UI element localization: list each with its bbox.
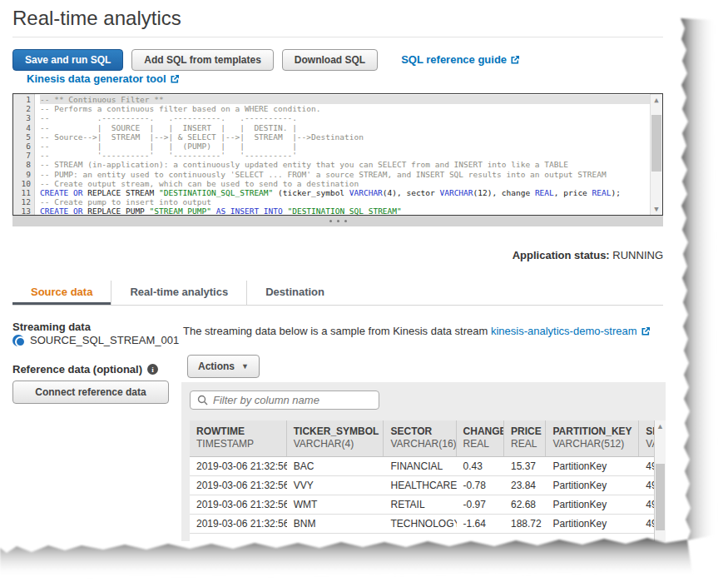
actions-dropdown-button[interactable]: Actions▼: [187, 355, 260, 378]
kinesis-data-generator-label: Kinesis data generator tool: [27, 72, 166, 85]
reference-data-text: Reference data (optional): [12, 363, 142, 376]
add-sql-from-templates-button[interactable]: Add SQL from templates: [131, 49, 273, 71]
sql-code-line[interactable]: CREATE OR REPLACE PUMP "STREAM_PUMP" AS …: [40, 206, 650, 215]
sql-code-line[interactable]: -- Create output stream, which can be us…: [40, 179, 650, 188]
sql-code-line[interactable]: -- | | | (PUMP) | | |: [40, 142, 650, 151]
column-header-rowtime[interactable]: ROWTIMETIMESTAMP: [190, 420, 287, 456]
column-header-sector[interactable]: SECTORVARCHAR(16): [384, 420, 456, 456]
table-cell: 2019-03-06 21:32:56.882: [190, 495, 287, 514]
actions-label: Actions: [198, 361, 235, 372]
title-divider: [12, 37, 663, 37]
realtime-analytics-page: Real-time analytics Save and run SQL Add…: [0, 0, 728, 582]
table-cell: FINANCIAL: [384, 457, 456, 475]
sql-reference-guide-link[interactable]: SQL reference guide: [401, 53, 520, 66]
table-cell: -1.64: [457, 515, 504, 533]
save-and-run-sql-button[interactable]: Save and run SQL: [12, 49, 123, 71]
page-title: Real-time analytics: [12, 7, 181, 30]
table-cell: 62.68: [504, 495, 547, 514]
tab-bar: Source dataReal-time analyticsDestinatio…: [12, 281, 663, 306]
line-number: 8: [13, 160, 31, 169]
table-row[interactable]: 2019-03-06 21:32:56.882BNMTECHNOLOGY-1.6…: [190, 515, 666, 534]
sql-editor-code[interactable]: -- ** Continuous Filter **-- Performs a …: [36, 94, 650, 215]
column-header-partition_key[interactable]: PARTITION_KEYVARCHAR(512): [546, 420, 639, 456]
table-cell: PartitionKey: [546, 476, 639, 495]
filter-field[interactable]: [190, 390, 379, 410]
sql-code-line[interactable]: -- STREAM (in-application): a continuous…: [40, 160, 650, 169]
table-cell: 2019-03-06 21:32:56.882: [190, 457, 287, 475]
editor-resize-handle[interactable]: [12, 216, 663, 226]
table-row[interactable]: 2019-03-06 21:32:56.882BACFINANCIAL0.431…: [190, 457, 666, 476]
table-cell: PartitionKey: [546, 495, 639, 514]
table-cell: BAC: [287, 457, 384, 475]
scrollbar-thumb[interactable]: [651, 115, 661, 172]
external-link-icon: [641, 326, 651, 336]
sql-code-line[interactable]: -- Source-->| STREAM |-->| & SELECT |-->…: [40, 132, 650, 142]
sql-code-line[interactable]: CREATE OR REPLACE STREAM "DESTINATION_SQ…: [40, 188, 650, 197]
sql-code-line[interactable]: -- | SOURCE | | INSERT | | DESTIN. |: [40, 123, 650, 132]
application-status: Application status: RUNNING: [513, 249, 663, 261]
sample-stream-text: The streaming data below is a sample fro…: [183, 325, 651, 337]
table-cell: 2019-03-06 21:32:56.882: [190, 476, 287, 495]
sql-code-line[interactable]: -- .----------. .----------. .----------…: [40, 113, 650, 122]
streaming-data-label: Streaming data: [12, 321, 91, 333]
table-cell: HEALTHCARE: [384, 476, 456, 495]
table-cell: WMT: [287, 495, 384, 514]
external-link-icon: [170, 74, 180, 84]
table-cell: -0.78: [457, 476, 504, 495]
external-link-icon: [510, 55, 520, 65]
table-row[interactable]: 2019-03-06 21:32:56.882WMTRETAIL-0.9762.…: [190, 495, 666, 515]
scroll-up-arrow-icon[interactable]: ▲: [651, 94, 662, 106]
line-number: 13: [13, 206, 31, 216]
column-header-change[interactable]: CHANGEREAL: [457, 420, 504, 456]
radio-selected-icon[interactable]: [12, 335, 24, 346]
sql-code-line[interactable]: -- Create pump to insert into output: [40, 197, 650, 206]
table-scrollbar[interactable]: ▲: [654, 420, 666, 541]
sql-code-line[interactable]: -- '----------' '----------' '----------…: [40, 151, 650, 160]
sql-code-line[interactable]: -- PUMP: an entity used to continuously …: [40, 170, 650, 179]
sql-editor[interactable]: 12345678910111213 -- ** Continuous Filte…: [12, 93, 663, 216]
sql-code-line[interactable]: -- ** Continuous Filter **: [40, 95, 650, 104]
table-cell: 23.84: [504, 476, 547, 495]
download-sql-button[interactable]: Download SQL: [282, 49, 378, 71]
stream-option-label: SOURCE_SQL_STREAM_001: [30, 334, 179, 346]
scroll-up-arrow-icon[interactable]: ▲: [655, 420, 666, 432]
column-header-ticker_symbol[interactable]: TICKER_SYMBOLVARCHAR(4): [287, 420, 384, 456]
table-header-row: ROWTIMETIMESTAMPTICKER_SYMBOLVARCHAR(4)S…: [190, 420, 666, 457]
info-icon[interactable]: i: [147, 364, 158, 375]
connect-reference-data-button[interactable]: Connect reference data: [12, 381, 169, 404]
search-icon: [197, 395, 208, 405]
kinesis-data-generator-link[interactable]: Kinesis data generator tool: [27, 72, 180, 85]
scrollbar-thumb[interactable]: [656, 464, 665, 530]
application-status-value: RUNNING: [612, 249, 663, 261]
table-cell: -0.97: [457, 495, 504, 514]
table-cell: 0.43: [457, 457, 504, 475]
sample-data-table: ROWTIMETIMESTAMPTICKER_SYMBOLVARCHAR(4)S…: [190, 420, 666, 541]
line-number: 7: [13, 151, 31, 160]
table-cell: PartitionKey: [546, 515, 639, 533]
line-number: 10: [13, 179, 31, 188]
kinesis-stream-link[interactable]: kinesis-analytics-demo-stream: [491, 325, 637, 337]
stream-radio-option[interactable]: SOURCE_SQL_STREAM_001: [12, 334, 179, 346]
table-cell: RETAIL: [384, 495, 456, 514]
scroll-down-arrow-icon[interactable]: ▼: [651, 203, 662, 215]
line-number: 5: [13, 132, 31, 142]
sql-reference-guide-label: SQL reference guide: [401, 53, 507, 66]
tab-source-data[interactable]: Source data: [12, 281, 111, 305]
sql-editor-scrollbar[interactable]: ▲ ▼: [650, 94, 662, 215]
line-number: 11: [13, 188, 31, 197]
table-cell: VVY: [287, 476, 384, 495]
table-cell: 15.37: [504, 457, 547, 475]
tab-destination[interactable]: Destination: [247, 281, 343, 305]
table-row[interactable]: 2019-03-06 21:32:56.882VVYHEALTHCARE-0.7…: [190, 476, 666, 495]
table-cell: 2019-03-06 21:32:56.882: [190, 515, 287, 533]
table-cell: 188.72: [504, 515, 547, 533]
tab-real-time-analytics[interactable]: Real-time analytics: [111, 281, 247, 305]
toolbar: Save and run SQL Add SQL from templates …: [12, 49, 520, 71]
line-number: 9: [13, 170, 31, 179]
reference-data-label: Reference data (optional) i: [12, 363, 158, 376]
filter-input[interactable]: [213, 394, 372, 406]
line-number: 3: [13, 113, 31, 122]
column-header-price[interactable]: PRICEREAL: [504, 420, 547, 456]
sql-code-line[interactable]: -- Performs a continuous filter based on…: [40, 104, 650, 113]
results-panel: ROWTIMETIMESTAMPTICKER_SYMBOLVARCHAR(4)S…: [181, 382, 666, 541]
